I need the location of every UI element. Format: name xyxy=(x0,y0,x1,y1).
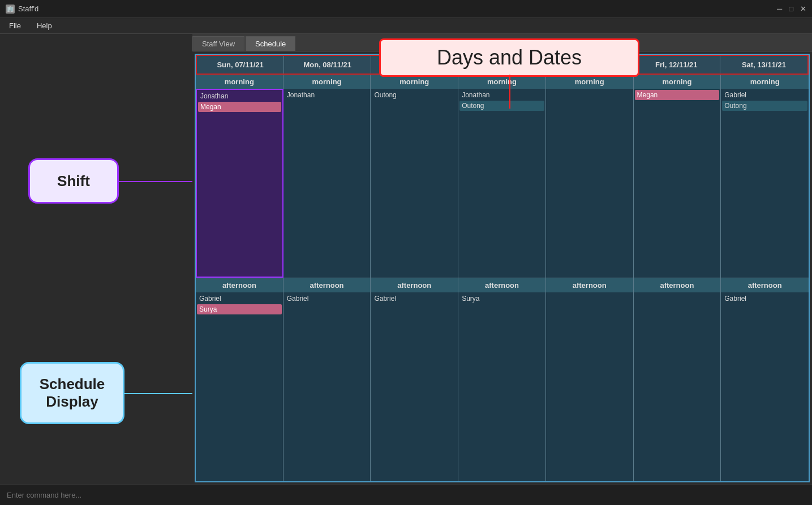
day-header-fri: Fri, 12/11/21 xyxy=(633,56,720,74)
afternoon-label-sun: afternoon xyxy=(196,278,283,292)
title-bar-controls[interactable]: ─ □ ✕ xyxy=(777,5,806,13)
title-bar: 🏢 Staff'd ─ □ ✕ xyxy=(0,0,812,18)
close-button[interactable]: ✕ xyxy=(800,5,806,13)
afternoon-cell-thu[interactable] xyxy=(546,292,634,481)
schedule-grid: Sun, 07/11/21 Mon, 08/11/21 Tue, 09/11/2… xyxy=(195,54,810,482)
morning-cell-tue[interactable]: Outong xyxy=(371,89,458,278)
menu-file[interactable]: File xyxy=(6,20,24,31)
staff-outong-wed-morning: Outong xyxy=(459,101,544,111)
afternoon-staff-row: Gabriel Surya Gabriel Gabriel xyxy=(196,292,809,481)
afternoon-cell-mon[interactable]: Gabriel xyxy=(283,292,371,481)
sidebar: Shift Schedule Display xyxy=(0,34,192,485)
afternoon-label-thu: afternoon xyxy=(546,278,634,292)
afternoon-cell-tue[interactable]: Gabriel xyxy=(371,292,458,481)
app-title: Staff'd xyxy=(18,5,38,13)
days-and-dates-annotation: Days and Dates xyxy=(379,38,639,77)
staff-surya-sun-afternoon: Surya xyxy=(197,304,282,314)
afternoon-cell-wed[interactable]: Surya xyxy=(458,292,546,481)
morning-label-sat: morning xyxy=(721,75,809,89)
staff-gabriel-tue-afternoon: Gabriel xyxy=(372,293,457,304)
day-header-sat: Sat, 13/11/21 xyxy=(720,56,807,74)
morning-staff-row: Jonathan Megan Jonathan Outong xyxy=(196,89,809,278)
afternoon-cell-sun[interactable]: Gabriel Surya xyxy=(196,292,283,481)
tab-staff-view[interactable]: Staff View xyxy=(192,36,244,51)
morning-section: morning morning morning morning morning … xyxy=(196,75,809,278)
shifts-area: morning morning morning morning morning … xyxy=(196,75,809,481)
staff-jonathan-mon-morning: Jonathan xyxy=(285,90,370,100)
main-layout: Shift Schedule Display Staff View Schedu… xyxy=(0,34,812,485)
afternoon-label-tue: afternoon xyxy=(371,278,458,292)
days-dates-annotation-line xyxy=(509,75,510,109)
morning-cell-sat[interactable]: Gabriel Outong xyxy=(721,89,809,278)
afternoon-label-fri: afternoon xyxy=(634,278,721,292)
app-icon: 🏢 xyxy=(6,5,15,14)
menu-help[interactable]: Help xyxy=(33,20,55,31)
day-header-mon: Mon, 08/11/21 xyxy=(284,56,371,74)
morning-cell-mon[interactable]: Jonathan xyxy=(283,89,371,278)
staff-surya-wed-afternoon: Surya xyxy=(459,293,544,304)
schedule-display-annotation-line xyxy=(124,393,192,394)
afternoon-label-mon: afternoon xyxy=(283,278,371,292)
morning-label-mon: morning xyxy=(283,75,371,89)
menu-bar: File Help xyxy=(0,18,812,34)
staff-megan-sun-morning: Megan xyxy=(198,102,281,112)
morning-label-sun: morning xyxy=(196,75,283,89)
staff-gabriel-sun-afternoon: Gabriel xyxy=(197,293,282,304)
afternoon-cell-sat[interactable]: Gabriel xyxy=(721,292,809,481)
shift-annotation: Shift xyxy=(28,158,119,204)
tab-schedule[interactable]: Schedule xyxy=(246,36,295,51)
staff-megan-fri-morning: Megan xyxy=(635,90,720,100)
staff-outong-tue-morning: Outong xyxy=(372,90,457,100)
schedule-container: Sun, 07/11/21 Mon, 08/11/21 Tue, 09/11/2… xyxy=(192,51,812,485)
morning-cell-wed[interactable]: Jonathan Outong xyxy=(458,89,546,278)
command-input[interactable] xyxy=(7,491,805,499)
afternoon-cell-fri[interactable] xyxy=(634,292,721,481)
staff-outong-sat-morning: Outong xyxy=(722,101,807,111)
maximize-button[interactable]: □ xyxy=(789,5,793,13)
command-bar xyxy=(0,485,812,505)
day-header-sun: Sun, 07/11/21 xyxy=(197,56,284,74)
afternoon-label-sat: afternoon xyxy=(721,278,809,292)
morning-label-fri: morning xyxy=(634,75,721,89)
staff-jonathan-sun-morning: Jonathan xyxy=(198,91,281,101)
staff-gabriel-sat-morning: Gabriel xyxy=(722,90,807,100)
afternoon-label-wed: afternoon xyxy=(458,278,546,292)
staff-jonathan-wed-morning: Jonathan xyxy=(459,90,544,100)
minimize-button[interactable]: ─ xyxy=(777,5,782,13)
staff-gabriel-sat-afternoon: Gabriel xyxy=(722,293,807,304)
morning-cell-fri[interactable]: Megan xyxy=(634,89,721,278)
morning-cell-thu[interactable] xyxy=(546,89,634,278)
staff-gabriel-mon-afternoon: Gabriel xyxy=(285,293,370,304)
afternoon-section: afternoon afternoon afternoon afternoon … xyxy=(196,278,809,481)
content-area: Staff View Schedule Sun, 07/11/21 Mon, 0… xyxy=(192,34,812,485)
schedule-display-label: Schedule Display xyxy=(27,375,117,411)
afternoon-label-row: afternoon afternoon afternoon afternoon … xyxy=(196,278,809,292)
title-bar-left: 🏢 Staff'd xyxy=(6,5,38,14)
schedule-display-annotation: Schedule Display xyxy=(20,362,124,424)
shift-annotation-line xyxy=(119,181,192,182)
morning-cell-sun[interactable]: Jonathan Megan xyxy=(196,89,283,278)
